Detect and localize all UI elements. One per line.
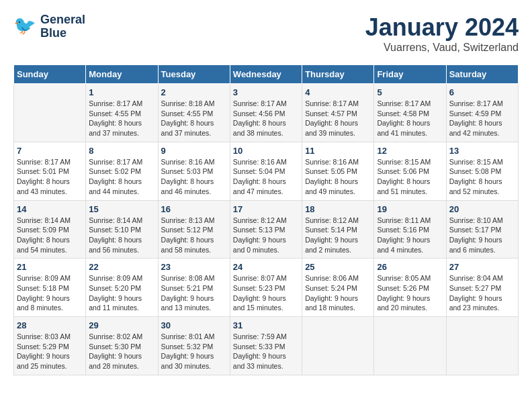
day-info: Sunrise: 8:16 AMSunset: 5:04 PMDaylight:… [233,157,299,197]
day-number: 1 [89,87,154,97]
day-number: 4 [305,87,371,97]
day-info: Sunrise: 8:17 AMSunset: 4:56 PMDaylight:… [233,99,299,138]
day-number: 3 [233,87,299,97]
day-info: Sunrise: 8:11 AMSunset: 5:16 PMDaylight:… [377,216,443,255]
calendar-cell [374,317,446,375]
day-number: 7 [17,146,83,156]
calendar-cell [302,317,374,375]
calendar-cell: 14Sunrise: 8:14 AMSunset: 5:09 PMDayligh… [14,200,86,259]
day-info: Sunrise: 8:14 AMSunset: 5:09 PMDaylight:… [17,216,83,255]
calendar-cell: 16Sunrise: 8:13 AMSunset: 5:12 PMDayligh… [158,200,230,259]
header-cell-thursday: Thursday [302,65,374,84]
calendar-cell [446,317,518,375]
day-info: Sunrise: 8:13 AMSunset: 5:12 PMDaylight:… [161,216,227,255]
day-number: 11 [305,146,371,156]
title-block: January 2024 Vuarrens, Vaud, Switzerland [365,13,519,54]
calendar-cell: 8Sunrise: 8:17 AMSunset: 5:02 PMDaylight… [86,142,158,200]
header-cell-saturday: Saturday [446,65,518,84]
calendar-cell: 28Sunrise: 8:03 AMSunset: 5:29 PMDayligh… [14,317,86,375]
calendar-cell: 31Sunrise: 7:59 AMSunset: 5:33 PMDayligh… [230,317,302,375]
header-cell-tuesday: Tuesday [158,65,230,84]
calendar-cell: 11Sunrise: 8:16 AMSunset: 5:05 PMDayligh… [302,142,374,200]
day-info: Sunrise: 8:03 AMSunset: 5:29 PMDaylight:… [17,332,83,371]
day-number: 23 [161,262,227,272]
month-title: January 2024 [365,13,519,42]
week-row-5: 28Sunrise: 8:03 AMSunset: 5:29 PMDayligh… [14,317,519,375]
day-number: 6 [449,87,515,97]
calendar-cell: 18Sunrise: 8:12 AMSunset: 5:14 PMDayligh… [302,200,374,259]
week-row-2: 7Sunrise: 8:17 AMSunset: 5:01 PMDaylight… [14,142,519,200]
calendar-cell: 6Sunrise: 8:17 AMSunset: 4:59 PMDaylight… [446,84,518,142]
day-number: 30 [161,320,227,330]
day-info: Sunrise: 8:16 AMSunset: 5:03 PMDaylight:… [161,157,227,197]
day-number: 31 [233,320,299,330]
calendar-cell: 25Sunrise: 8:06 AMSunset: 5:24 PMDayligh… [302,259,374,317]
header-cell-wednesday: Wednesday [230,65,302,84]
logo-icon: 🐦 [13,15,38,39]
day-info: Sunrise: 8:14 AMSunset: 5:10 PMDaylight:… [89,216,154,255]
calendar-cell: 7Sunrise: 8:17 AMSunset: 5:01 PMDaylight… [14,142,86,200]
header-cell-sunday: Sunday [14,65,86,84]
day-number: 9 [161,146,227,156]
day-info: Sunrise: 8:12 AMSunset: 5:14 PMDaylight:… [305,216,371,255]
day-info: Sunrise: 8:17 AMSunset: 4:55 PMDaylight:… [89,99,154,138]
header-cell-monday: Monday [86,65,158,84]
calendar-cell: 29Sunrise: 8:02 AMSunset: 5:30 PMDayligh… [86,317,158,375]
calendar-cell: 23Sunrise: 8:08 AMSunset: 5:21 PMDayligh… [158,259,230,317]
day-number: 25 [305,262,371,272]
calendar-cell: 19Sunrise: 8:11 AMSunset: 5:16 PMDayligh… [374,200,446,259]
calendar-cell: 10Sunrise: 8:16 AMSunset: 5:04 PMDayligh… [230,142,302,200]
calendar-cell: 27Sunrise: 8:04 AMSunset: 5:27 PMDayligh… [446,259,518,317]
day-number: 28 [17,320,83,330]
day-info: Sunrise: 8:04 AMSunset: 5:27 PMDaylight:… [449,273,515,313]
week-row-1: 1Sunrise: 8:17 AMSunset: 4:55 PMDaylight… [14,84,519,142]
day-number: 29 [89,320,154,330]
calendar-cell: 1Sunrise: 8:17 AMSunset: 4:55 PMDaylight… [86,84,158,142]
day-info: Sunrise: 8:09 AMSunset: 5:18 PMDaylight:… [17,273,83,313]
day-number: 10 [233,146,299,156]
day-number: 5 [377,87,443,97]
page-header: 🐦 General Blue January 2024 Vuarrens, Va… [13,13,519,54]
day-info: Sunrise: 8:15 AMSunset: 5:06 PMDaylight:… [377,157,443,197]
day-info: Sunrise: 8:16 AMSunset: 5:05 PMDaylight:… [305,157,371,197]
day-number: 27 [449,262,515,272]
day-info: Sunrise: 8:17 AMSunset: 4:58 PMDaylight:… [377,99,443,138]
day-info: Sunrise: 7:59 AMSunset: 5:33 PMDaylight:… [233,332,299,371]
day-number: 21 [17,262,83,272]
calendar-cell: 24Sunrise: 8:07 AMSunset: 5:23 PMDayligh… [230,259,302,317]
calendar-cell: 30Sunrise: 8:01 AMSunset: 5:32 PMDayligh… [158,317,230,375]
day-info: Sunrise: 8:09 AMSunset: 5:20 PMDaylight:… [89,273,154,313]
location-subtitle: Vuarrens, Vaud, Switzerland [365,42,519,54]
calendar-cell: 13Sunrise: 8:15 AMSunset: 5:08 PMDayligh… [446,142,518,200]
day-info: Sunrise: 8:12 AMSunset: 5:13 PMDaylight:… [233,216,299,255]
day-info: Sunrise: 8:17 AMSunset: 4:59 PMDaylight:… [449,99,515,138]
day-number: 17 [233,204,299,214]
calendar-cell: 26Sunrise: 8:05 AMSunset: 5:26 PMDayligh… [374,259,446,317]
day-number: 2 [161,87,227,97]
logo-text: General Blue [40,13,85,40]
calendar-cell: 12Sunrise: 8:15 AMSunset: 5:06 PMDayligh… [374,142,446,200]
day-info: Sunrise: 8:18 AMSunset: 4:55 PMDaylight:… [161,99,227,138]
logo: 🐦 General Blue [13,13,85,40]
calendar-cell: 9Sunrise: 8:16 AMSunset: 5:03 PMDaylight… [158,142,230,200]
calendar-cell: 5Sunrise: 8:17 AMSunset: 4:58 PMDaylight… [374,84,446,142]
header-cell-friday: Friday [374,65,446,84]
day-info: Sunrise: 8:01 AMSunset: 5:32 PMDaylight:… [161,332,227,371]
week-row-3: 14Sunrise: 8:14 AMSunset: 5:09 PMDayligh… [14,200,519,259]
calendar-cell: 22Sunrise: 8:09 AMSunset: 5:20 PMDayligh… [86,259,158,317]
day-number: 8 [89,146,154,156]
day-number: 15 [89,204,154,214]
svg-text:🐦: 🐦 [13,15,36,36]
calendar-cell: 3Sunrise: 8:17 AMSunset: 4:56 PMDaylight… [230,84,302,142]
calendar-table: SundayMondayTuesdayWednesdayThursdayFrid… [13,64,519,375]
calendar-cell: 4Sunrise: 8:17 AMSunset: 4:57 PMDaylight… [302,84,374,142]
day-number: 22 [89,262,154,272]
day-number: 16 [161,204,227,214]
day-number: 13 [449,146,515,156]
header-row: SundayMondayTuesdayWednesdayThursdayFrid… [14,65,519,84]
day-info: Sunrise: 8:07 AMSunset: 5:23 PMDaylight:… [233,273,299,313]
day-info: Sunrise: 8:08 AMSunset: 5:21 PMDaylight:… [161,273,227,313]
day-info: Sunrise: 8:17 AMSunset: 5:01 PMDaylight:… [17,157,83,197]
day-info: Sunrise: 8:10 AMSunset: 5:17 PMDaylight:… [449,216,515,255]
calendar-cell: 20Sunrise: 8:10 AMSunset: 5:17 PMDayligh… [446,200,518,259]
